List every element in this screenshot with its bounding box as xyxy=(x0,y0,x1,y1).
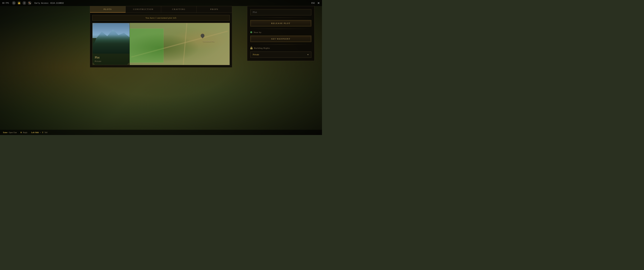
lock-body xyxy=(250,48,252,49)
hotkey-tell-action: Tell xyxy=(44,131,47,133)
plot-name-input[interactable] xyxy=(250,9,311,15)
tab-bar: PLOTS CONSTRUCTION CRAFTING PROPS xyxy=(90,6,232,13)
plot-grid: Plot Private Unclaimed Plot xyxy=(92,23,230,65)
unclaimed-plot-label: Unclaimed Plot xyxy=(203,40,215,42)
nearby-label: Near by xyxy=(254,31,262,33)
dropdown-arrow-icon: ▼ xyxy=(307,54,309,56)
map-plot-highlight[interactable] xyxy=(130,29,164,62)
set-waypoint-button[interactable]: SET WAYPOINT xyxy=(250,36,311,42)
hotkey-leftshift-t: Left Shift + T Tell xyxy=(31,131,48,133)
main-panel: PLOTS CONSTRUCTION CRAFTING PROPS You ha… xyxy=(90,6,232,68)
map-pin-circle xyxy=(200,33,206,39)
plot-sublabel: Private xyxy=(95,60,101,62)
hotkey-enter-key: Enter xyxy=(3,131,8,133)
tab-construction[interactable]: CONSTRUCTION xyxy=(126,6,161,13)
notice-banner: You have 1 unclaimed plot left xyxy=(92,15,230,21)
top-icons: N 🔔 P 🪶 xyxy=(12,1,32,5)
tab-props[interactable]: PROPS xyxy=(196,6,232,13)
waypoint-btn-label: SET WAYPOINT xyxy=(271,38,290,40)
hotkey-leftshift-key: Left Shift xyxy=(31,131,39,133)
release-btn-label: RELEASE PLOT xyxy=(271,22,290,24)
bell-icon[interactable]: 🔔 xyxy=(17,1,21,5)
bottom-bar: Enter Open Chat R Reply Left Shift + T T… xyxy=(0,130,322,135)
hotkey-r: R Reply xyxy=(20,131,28,133)
map-area: Unclaimed Plot xyxy=(130,23,230,65)
top-right-controls: ESC ✕ xyxy=(311,1,320,5)
hotkey-enter-action: Open Chat xyxy=(8,131,17,133)
nav-icon-p[interactable]: P xyxy=(22,1,26,5)
lock-icon xyxy=(250,47,252,49)
hotkey-r-key: R xyxy=(20,131,22,133)
tab-plots[interactable]: PLOTS xyxy=(90,6,126,13)
feather-icon[interactable]: 🪶 xyxy=(28,1,32,5)
plot-label: Plot xyxy=(95,56,100,59)
forest-layer xyxy=(92,35,130,54)
building-rights-dropdown[interactable]: Private ▼ xyxy=(250,52,311,58)
notice-text: You have 1 unclaimed plot left xyxy=(146,17,176,19)
hotkey-plus: + xyxy=(40,131,41,133)
private-option-label: Private xyxy=(253,53,259,56)
nearby-dot-icon xyxy=(250,31,252,33)
nav-icon-n[interactable]: N xyxy=(12,1,16,5)
early-access-label: Early Access: 4114.1110032 xyxy=(34,2,64,4)
plot-input-container xyxy=(250,9,311,15)
corner-bl xyxy=(93,63,94,64)
corner-tr xyxy=(128,24,129,25)
corner-tl xyxy=(93,24,94,25)
tab-crafting[interactable]: CRAFTING xyxy=(161,6,197,13)
fps-counter: 80 FPS xyxy=(2,2,9,4)
hotkey-t-key: T xyxy=(42,131,44,133)
building-rights-label: Building Rights xyxy=(254,47,270,49)
corner-br xyxy=(128,63,129,64)
top-bar: 80 FPS N 🔔 P 🪶 Early Access: 4114.111003… xyxy=(0,0,322,6)
right-panel-inner: RELEASE PLOT Near by SET WAYPOINT Buildi… xyxy=(247,6,314,61)
release-plot-button[interactable]: RELEASE PLOT xyxy=(250,20,311,27)
map-pin xyxy=(200,33,205,40)
hotkey-enter: Enter Open Chat xyxy=(3,131,17,133)
esc-button[interactable]: ESC xyxy=(311,2,315,4)
close-button[interactable]: ✕ xyxy=(317,1,320,5)
building-rights-header: Building Rights xyxy=(250,47,311,49)
hotkey-r-action: Reply xyxy=(23,131,28,133)
divider-1 xyxy=(250,18,311,18)
my-plot-card[interactable]: Plot Private xyxy=(92,23,130,65)
nearby-section-header: Near by xyxy=(250,31,311,33)
right-panel: RELEASE PLOT Near by SET WAYPOINT Buildi… xyxy=(247,6,314,61)
content-area: You have 1 unclaimed plot left Plot Priv… xyxy=(90,13,232,68)
